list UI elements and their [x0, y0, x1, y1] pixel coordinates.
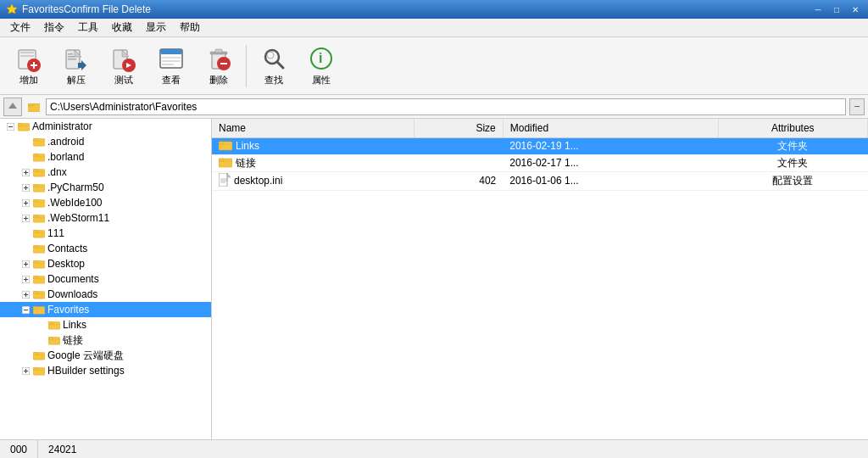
svg-rect-67 — [24, 264, 28, 265]
folder-icon-favorites — [32, 303, 46, 316]
file-name-text-0: Links — [236, 140, 259, 152]
tree-label-downloads: Downloads — [47, 288, 97, 300]
folder-icon-borland — [32, 150, 46, 164]
col-name-header[interactable]: Name — [212, 119, 414, 137]
tree-expander-111[interactable] — [19, 226, 32, 240]
tree-node-webide100[interactable]: .WebIde100 — [0, 195, 211, 210]
tree-node-borland[interactable]: .borland — [0, 149, 211, 165]
svg-rect-96 — [219, 142, 224, 144]
file-size-0 — [414, 137, 503, 154]
toolbar-btn-label-属性: 属性 — [312, 74, 331, 87]
toolbar-btn-删除[interactable]: 删除 — [197, 42, 241, 91]
tree-expander-administrator[interactable] — [3, 120, 17, 133]
tree-node-dnx[interactable]: .dnx — [0, 165, 211, 180]
menu-item-帮助[interactable]: 帮助 — [173, 19, 207, 36]
tree-expander-downloads[interactable] — [19, 288, 32, 301]
svg-rect-89 — [33, 353, 37, 355]
file-row-2[interactable]: desktop.ini4022016-01-06 1...配置设置 — [212, 171, 868, 190]
address-dropdown-button[interactable]: ─ — [849, 98, 865, 115]
col-attributes-header[interactable]: Attributes — [718, 119, 867, 137]
svg-rect-72 — [24, 279, 28, 280]
folder-icon-1 — [219, 156, 232, 170]
folder-icon-desktop — [32, 257, 46, 271]
status-right: 24021 — [38, 440, 86, 458]
toolbar-btn-解压[interactable]: 解压 — [54, 42, 98, 91]
toolbar-btn-查看[interactable]: 查看 — [149, 42, 193, 91]
svg-rect-79 — [33, 292, 37, 294]
close-button[interactable]: ✕ — [848, 3, 863, 16]
address-input[interactable] — [46, 98, 846, 115]
tree-node-links[interactable]: Links — [0, 317, 211, 332]
tree-expander-pycharm50[interactable] — [19, 181, 32, 194]
toolbar-btn-增加[interactable]: 增加 — [7, 42, 51, 91]
svg-rect-2 — [20, 52, 34, 53]
maximize-button[interactable]: □ — [829, 3, 844, 16]
svg-rect-53 — [24, 203, 28, 204]
folder-icon-downloads — [32, 288, 46, 301]
svg-marker-0 — [7, 4, 17, 14]
tree-expander-android[interactable] — [19, 135, 32, 148]
toolbar-btn-属性[interactable]: i属性 — [299, 42, 343, 91]
tree-label-hbuilder: HBuilder settings — [47, 365, 125, 377]
toolbar-separator — [246, 45, 247, 87]
file-panel[interactable]: NameSizeModifiedAttributes Links2016-02-… — [212, 119, 868, 439]
tree-expander-google[interactable] — [19, 349, 32, 362]
tree-node-favorites[interactable]: Favorites — [0, 302, 211, 317]
tree-node-downloads[interactable]: Downloads — [0, 287, 211, 302]
tree-expander-borland[interactable] — [19, 150, 32, 164]
col-modified-header[interactable]: Modified — [503, 119, 718, 137]
tree-expander-lianjie[interactable] — [34, 333, 47, 347]
tree-expander-favorites[interactable] — [19, 303, 32, 316]
tree-node-lianjie[interactable]: 链接 — [0, 332, 211, 348]
status-left: 000 — [0, 440, 38, 458]
tree-label-links: Links — [63, 319, 86, 331]
svg-rect-10 — [68, 56, 75, 58]
tree-expander-contacts[interactable] — [19, 242, 32, 255]
file-size-1 — [414, 154, 503, 171]
prop-icon: i — [308, 45, 335, 72]
menu-item-指令[interactable]: 指令 — [37, 19, 71, 36]
tree-expander-hbuilder[interactable] — [19, 364, 32, 377]
file-row-0[interactable]: Links2016-02-19 1...文件夹 — [212, 137, 868, 154]
minimize-button[interactable]: ─ — [810, 3, 826, 16]
menu-item-工具[interactable]: 工具 — [71, 19, 105, 36]
tree-scroll[interactable]: Administrator .android .borland .dnx .Py… — [0, 119, 211, 439]
tree-expander-webide100[interactable] — [19, 196, 32, 209]
file-row-1[interactable]: 链接2016-02-17 1...文件夹 — [212, 154, 868, 171]
tree-node-contacts[interactable]: Contacts — [0, 241, 211, 256]
svg-rect-48 — [24, 187, 28, 188]
tree-node-webstorm11[interactable]: .WebStorm11 — [0, 210, 211, 226]
tree-node-pycharm50[interactable]: .PyCharm50 — [0, 180, 211, 195]
tree-expander-links[interactable] — [34, 318, 47, 332]
svg-marker-30 — [8, 103, 17, 109]
tree-label-pycharm50: .PyCharm50 — [47, 182, 104, 193]
menu-item-收藏[interactable]: 收藏 — [105, 19, 139, 36]
tree-node-android[interactable]: .android — [0, 134, 211, 149]
menu-item-文件[interactable]: 文件 — [3, 19, 37, 36]
tree-expander-documents[interactable] — [19, 272, 32, 286]
tree-node-desktop[interactable]: Desktop — [0, 256, 211, 271]
svg-rect-85 — [48, 322, 53, 325]
file-list: Links2016-02-19 1...文件夹链接2016-02-17 1...… — [212, 137, 868, 190]
tree-expander-dnx[interactable] — [19, 165, 32, 179]
svg-rect-9 — [68, 53, 73, 55]
tree-node-google[interactable]: Google 云端硬盘 — [0, 348, 211, 363]
tree-expander-desktop[interactable] — [19, 257, 32, 271]
svg-line-26 — [277, 62, 283, 68]
tree-label-borland: .borland — [47, 151, 84, 163]
tree-node-documents[interactable]: Documents — [0, 271, 211, 287]
tree-node-111[interactable]: 111 — [0, 226, 211, 241]
menu-item-显示[interactable]: 显示 — [139, 19, 173, 36]
folder-icon-111 — [32, 226, 46, 240]
toolbar-btn-查找[interactable]: 查找 — [252, 42, 296, 91]
main-area: Administrator .android .borland .dnx .Py… — [0, 119, 868, 439]
tree-node-hbuilder[interactable]: HBuilder settings — [0, 363, 211, 378]
file-table: NameSizeModifiedAttributes Links2016-02-… — [212, 119, 868, 191]
tree-node-administrator[interactable]: Administrator — [0, 119, 211, 134]
tree-expander-webstorm11[interactable] — [19, 211, 32, 225]
toolbar-btn-测试[interactable]: 测试 — [102, 42, 146, 91]
svg-rect-94 — [33, 368, 37, 371]
col-size-header[interactable]: Size — [414, 119, 503, 137]
navigate-up-button[interactable] — [3, 98, 22, 116]
svg-rect-69 — [33, 261, 37, 264]
